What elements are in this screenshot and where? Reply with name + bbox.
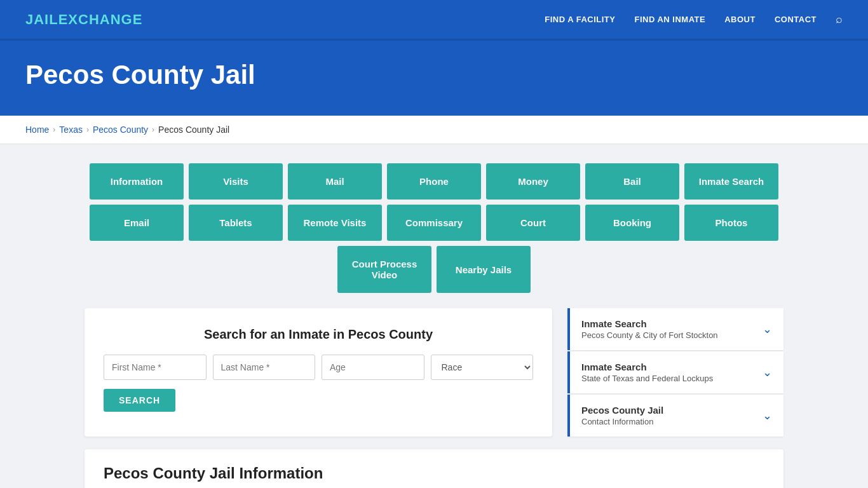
nav-about[interactable]: ABOUT xyxy=(724,15,756,24)
chevron-down-icon-3: ⌄ xyxy=(763,409,772,423)
page-title: Pecos County Jail xyxy=(25,60,843,90)
btn-court[interactable]: Court xyxy=(486,205,580,241)
btn-court-process-video[interactable]: Court Process Video xyxy=(337,246,431,293)
sidebar-card-title-1: Inmate Search xyxy=(581,318,718,329)
btn-booking[interactable]: Booking xyxy=(585,205,679,241)
first-name-input[interactable] xyxy=(104,355,207,380)
sidebar-card-text-3: Pecos County Jail Contact Information xyxy=(581,405,663,426)
sidebar-card-sub-2: State of Texas and Federal Lockups xyxy=(581,374,713,383)
sidebar-card-title-3: Pecos County Jail xyxy=(581,405,663,416)
btn-money[interactable]: Money xyxy=(486,163,580,200)
hero-section: Pecos County Jail xyxy=(0,41,868,116)
breadcrumb-current: Pecos County Jail xyxy=(158,125,229,135)
site-logo[interactable]: JAILEXCHANGE xyxy=(25,11,545,28)
breadcrumb-county[interactable]: Pecos County xyxy=(93,125,148,135)
breadcrumb-sep-1: › xyxy=(53,125,55,134)
info-heading: Pecos County Jail Information xyxy=(104,464,764,482)
btn-inmate-search[interactable]: Inmate Search xyxy=(684,163,778,200)
search-fields: Race White Black Hispanic Asian Other xyxy=(104,355,533,380)
breadcrumb-state[interactable]: Texas xyxy=(59,125,83,135)
search-icon[interactable]: ⌕ xyxy=(836,13,843,26)
btn-commissary[interactable]: Commissary xyxy=(387,205,481,241)
search-button[interactable]: SEARCH xyxy=(104,389,175,412)
btn-email[interactable]: Email xyxy=(90,205,184,241)
last-name-input[interactable] xyxy=(213,355,316,380)
btn-bail[interactable]: Bail xyxy=(585,163,679,200)
sidebar-card-sub-1: Pecos County & City of Fort Stockton xyxy=(581,330,718,340)
sidebar-card-title-2: Inmate Search xyxy=(581,362,713,372)
btn-mail[interactable]: Mail xyxy=(288,163,382,200)
sidebar-panel: Inmate Search Pecos County & City of For… xyxy=(567,308,783,437)
race-select[interactable]: Race White Black Hispanic Asian Other xyxy=(431,355,534,380)
logo-jail: JAIL xyxy=(25,11,58,27)
nav-links: FIND A FACILITY FIND AN INMATE ABOUT CON… xyxy=(545,13,843,26)
sidebar-contact-info[interactable]: Pecos County Jail Contact Information ⌄ xyxy=(567,395,783,437)
btn-visits[interactable]: Visits xyxy=(189,163,283,200)
search-panel: Search for an Inmate in Pecos County Rac… xyxy=(85,308,552,437)
chevron-down-icon-2: ⌄ xyxy=(763,365,772,379)
breadcrumb-bar: Home › Texas › Pecos County › Pecos Coun… xyxy=(0,116,868,144)
chevron-down-icon: ⌄ xyxy=(763,322,772,336)
breadcrumb-home[interactable]: Home xyxy=(25,125,49,135)
sidebar-inmate-search-pecos[interactable]: Inmate Search Pecos County & City of For… xyxy=(567,308,783,350)
btn-phone[interactable]: Phone xyxy=(387,163,481,200)
sidebar-inmate-search-texas[interactable]: Inmate Search State of Texas and Federal… xyxy=(567,351,783,393)
btn-information[interactable]: Information xyxy=(90,163,184,200)
main-content: Information Visits Mail Phone Money Bail… xyxy=(0,144,868,488)
breadcrumb-sep-2: › xyxy=(86,125,89,134)
sidebar-card-sub-3: Contact Information xyxy=(581,417,663,426)
btn-nearby-jails[interactable]: Nearby Jails xyxy=(437,246,531,293)
nav-buttons-grid: Information Visits Mail Phone Money Bail… xyxy=(85,163,783,293)
sidebar-card-text-2: Inmate Search State of Texas and Federal… xyxy=(581,362,713,383)
nav-find-facility[interactable]: FIND A FACILITY xyxy=(545,15,615,24)
btn-remote-visits[interactable]: Remote Visits xyxy=(288,205,382,241)
info-section: Pecos County Jail Information xyxy=(85,449,783,488)
search-title: Search for an Inmate in Pecos County xyxy=(104,327,533,342)
breadcrumb-sep-3: › xyxy=(152,125,154,134)
age-input[interactable] xyxy=(322,355,424,380)
btn-photos[interactable]: Photos xyxy=(684,205,778,241)
nav-find-inmate[interactable]: FIND AN INMATE xyxy=(634,15,705,24)
btn-tablets[interactable]: Tablets xyxy=(189,205,283,241)
nav-contact[interactable]: CONTACT xyxy=(775,15,817,24)
navbar: JAILEXCHANGE FIND A FACILITY FIND AN INM… xyxy=(0,0,868,41)
sidebar-card-text-1: Inmate Search Pecos County & City of For… xyxy=(581,318,718,340)
lower-section: Search for an Inmate in Pecos County Rac… xyxy=(85,308,783,437)
logo-exchange: EXCHANGE xyxy=(58,11,143,27)
breadcrumb: Home › Texas › Pecos County › Pecos Coun… xyxy=(25,125,843,135)
